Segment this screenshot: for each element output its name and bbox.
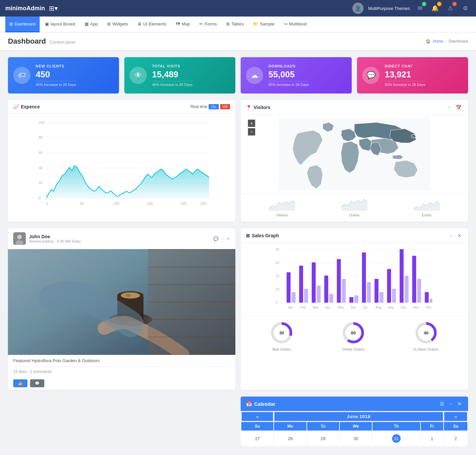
brand-name[interactable]: mínimoAdmin — [5, 5, 45, 12]
svg-text:Aug: Aug — [376, 306, 381, 309]
svg-text:40: 40 — [39, 166, 43, 170]
svg-text:15: 15 — [276, 274, 280, 278]
table-row: 27 28 29 30 31 1 2 — [241, 431, 467, 446]
social-time: Shared publicly · 8:30 AM Today — [29, 239, 81, 243]
svg-marker-20 — [341, 199, 368, 211]
home-icon: 🏠 — [426, 39, 431, 44]
alert-icon[interactable]: ⚠ 3 — [445, 3, 456, 14]
map-zoom-out-button[interactable]: − — [248, 128, 255, 135]
breadcrumb: 🏠 Home › Dashboard — [426, 39, 468, 44]
cal-day[interactable]: 28 — [274, 431, 306, 446]
nav-item-ui-elements[interactable]: 🖥 UI Elements — [133, 17, 171, 32]
svg-rect-70 — [425, 292, 429, 303]
calendar-visitors-button[interactable]: 📅 — [455, 104, 463, 111]
new-clients-info: NEW CLIENTS 450 45% Increase in 28 Days — [36, 64, 76, 87]
like-button[interactable]: 👍 — [13, 379, 27, 387]
calendar-icon: 📅 — [246, 401, 252, 407]
cal-header-we: We — [340, 422, 372, 431]
svg-text:Mar: Mar — [313, 306, 319, 309]
row-expense-visitors: 📈 Expence Real time On Off 100 80 60 40 … — [8, 100, 468, 222]
nav-item-tables[interactable]: ⊞ Tables — [222, 17, 248, 32]
cal-day[interactable]: 2 — [444, 431, 467, 446]
mini-chart-visitors-svg — [269, 198, 295, 211]
grid-menu-icon[interactable]: ⊞▾ — [49, 4, 58, 12]
nav-item-forms[interactable]: ✏ Forms — [195, 17, 221, 32]
new-clients-icon: 🏷 — [13, 67, 30, 84]
svg-text:150: 150 — [147, 202, 153, 206]
user-name[interactable]: MultiPurpose Themes — [368, 6, 410, 11]
cal-day[interactable]: 31 — [373, 431, 420, 446]
breadcrumb-home[interactable]: Home — [433, 39, 443, 44]
realtime-toggle-group: Real time On Off — [190, 104, 230, 109]
post-image-svg — [8, 249, 235, 355]
minimize-visitors-button[interactable]: − — [447, 104, 452, 111]
nav-item-layout-boxed[interactable]: ▣ layout Boxed — [41, 17, 79, 32]
main-content: 🏷 NEW CLIENTS 450 45% Increase in 28 Day… — [0, 51, 476, 453]
comment-button[interactable]: 💬 — [30, 379, 44, 387]
calendar-menu-button[interactable]: ☰ — [439, 400, 446, 407]
nav-item-sample[interactable]: 📁 Sample — [249, 17, 278, 32]
nav-item-dashboard[interactable]: ⊞ Dashboard — [5, 17, 40, 32]
calendar-minimize-button[interactable]: − — [448, 400, 454, 407]
svg-rect-66 — [400, 249, 404, 303]
calendar-next-button[interactable]: » — [444, 412, 467, 421]
top-navigation: mínimoAdmin ⊞▾ 👤 MultiPurpose Themes ✉ 2… — [0, 0, 476, 17]
nav-label-forms: Forms — [205, 21, 217, 26]
close-sales-button[interactable]: ✕ — [456, 232, 463, 239]
svg-rect-62 — [375, 279, 378, 303]
direct-chat-value: 13,921 — [385, 69, 425, 80]
post-caption: Featured Hydroflora Pots Garden & Outdoo… — [8, 355, 235, 367]
nav-item-multilevel[interactable]: ↪ Multilevel — [280, 17, 311, 32]
toggle-off-button[interactable]: Off — [220, 104, 230, 109]
direct-chat-change: 50% Increase in 28 Days — [385, 81, 425, 87]
calendar-card: 📅 Calendar ☰ − ✕ « June 2018 » — [241, 397, 468, 446]
row-calendar: 📅 Calendar ☰ − ✕ « June 2018 » — [8, 397, 468, 446]
nav-item-app[interactable]: ▦ App — [81, 17, 102, 32]
social-actions: 💬 − ✕ — [213, 236, 230, 241]
svg-text:0: 0 — [46, 202, 48, 206]
email-icon[interactable]: ✉ 2 — [415, 3, 425, 14]
calendar-close-button[interactable]: ✕ — [456, 400, 463, 407]
nav-item-map[interactable]: 🗺 Map — [172, 17, 194, 32]
cal-header-sa: Sa — [444, 422, 467, 431]
svg-rect-68 — [412, 256, 416, 303]
calendar-prev-button[interactable]: « — [241, 412, 273, 421]
social-minimize-icon[interactable]: − — [221, 236, 224, 241]
gear-icon[interactable]: ⚙ — [460, 3, 471, 14]
chart-icon: 📈 — [13, 104, 19, 109]
top-nav-right: 👤 MultiPurpose Themes ✉ 2 🔔 5 ⚠ 3 ⚙ — [352, 3, 471, 14]
expense-chart-area: 100 80 60 40 20 0 0 50 100 — [8, 114, 235, 215]
social-close-icon[interactable]: ✕ — [226, 236, 230, 241]
map-zoom-in-button[interactable]: + — [248, 120, 255, 127]
donut-mail-orders-svg: 30 — [270, 321, 293, 344]
world-map-svg — [246, 118, 463, 190]
svg-rect-54 — [324, 276, 328, 303]
avatar[interactable]: 👤 — [352, 3, 364, 14]
svg-text:60: 60 — [39, 151, 43, 155]
new-clients-value: 450 — [36, 69, 76, 80]
expense-title: 📈 Expence — [13, 104, 40, 109]
mini-charts-row: Visitors Online Exists — [241, 194, 468, 222]
calendar-title: 📅 Calendar — [246, 401, 275, 407]
page-header-left: Dashboard Control panel — [8, 37, 75, 46]
breadcrumb-separator: › — [445, 39, 447, 44]
cal-day[interactable]: 30 — [340, 431, 372, 446]
sales-graph-title: ⊞ Sales Graph — [246, 233, 279, 238]
visitors-card-actions: − 📅 — [447, 104, 463, 111]
social-comment-icon[interactable]: 💬 — [213, 236, 218, 241]
donut-charts-row: 30 Mail Orders 60 Online Orders — [241, 316, 468, 357]
donut-instore-orders-svg: 40 — [415, 321, 438, 344]
cal-day[interactable]: 29 — [307, 431, 339, 446]
minimize-sales-button[interactable]: − — [448, 232, 454, 239]
nav-item-widgets[interactable]: ⊞ Widgets — [103, 17, 132, 32]
bell-icon[interactable]: 🔔 5 — [430, 3, 440, 14]
svg-rect-58 — [349, 297, 353, 303]
calendar-month-year: June 2018 — [274, 412, 443, 421]
dashboard-icon: ⊞ — [9, 21, 13, 26]
toggle-on-button[interactable]: On — [209, 104, 219, 109]
visitors-card: 📍 Visitors − 📅 + − — [241, 100, 468, 222]
mini-chart-exists: Exists — [414, 198, 440, 217]
svg-text:Jan: Jan — [288, 306, 293, 309]
cal-day[interactable]: 27 — [241, 431, 273, 446]
cal-day[interactable]: 1 — [421, 431, 444, 446]
